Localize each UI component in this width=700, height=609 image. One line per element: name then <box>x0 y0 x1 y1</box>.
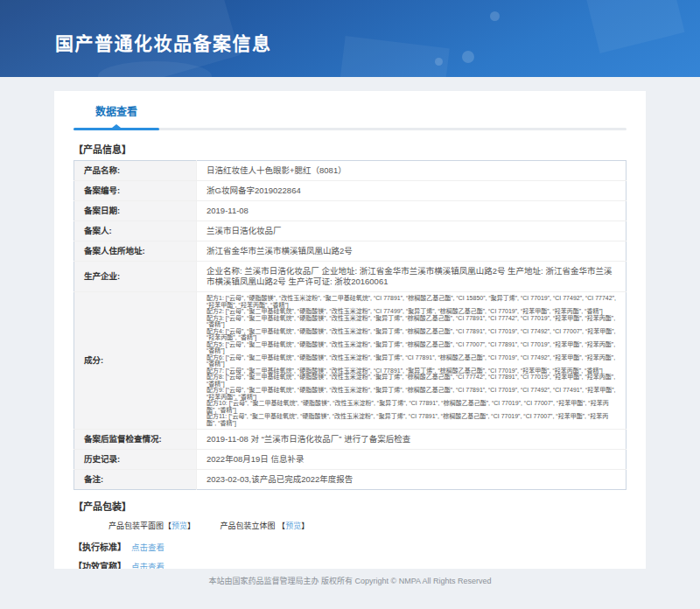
row-value: 企业名称: 兰溪市日浩化妆品厂 企业地址: 浙江省金华市兰溪市横溪镇凤凰山路2号… <box>197 262 626 292</box>
efficacy-view-link[interactable]: 点击查看 <box>131 562 164 569</box>
row-history: 历史记录: 2022年08月19日 信息补录 <box>74 450 626 470</box>
row-value: 日浩红妆佳人十色眼影+腮红（8081） <box>197 161 626 181</box>
row-label: 成分: <box>74 292 197 430</box>
packaging-flat-label: 产品包装平面图 <box>108 522 164 530</box>
row-label: 备注: <box>74 470 197 490</box>
packaging-row: 产品包装平面图【预览】 产品包装立体图 【预览】 <box>108 520 626 531</box>
packaging-flat-preview-link[interactable]: 预览 <box>172 522 187 530</box>
row-label: 备案日期: <box>74 201 197 221</box>
packaging-flat-item: 产品包装平面图【预览】 <box>108 522 195 530</box>
bracket-close: 】 <box>301 522 309 530</box>
row-value: 兰溪市日浩化妆品厂 <box>197 221 626 242</box>
row-remarks: 备注: 2023-02-03,该产品已完成2022年度报告 <box>74 470 626 490</box>
row-value: 浙江省金华市兰溪市横溪镇凤凰山路2号 <box>197 242 626 262</box>
row-label: 生产企业: <box>74 262 197 292</box>
tab-data-view-label: 数据查看 <box>95 106 137 118</box>
header-decoration-dot <box>490 11 500 21</box>
section-title-product-info: 【产品信息】 <box>74 142 626 156</box>
row-label: 备案编号: <box>74 181 197 201</box>
product-info-table: 产品名称: 日浩红妆佳人十色眼影+腮红（8081） 备案编号: 浙G妆网备字20… <box>74 160 626 490</box>
efficacy-section: 【功效宣称】点击查看 <box>74 559 626 569</box>
row-value: 浙G妆网备字2019022864 <box>197 181 626 201</box>
row-label: 备案后监督检查情况: <box>74 430 197 450</box>
tab-active-indicator <box>74 128 159 130</box>
copyright-text: 本站由国家药品监督管理局主办 版权所有 Copyright © NMPA All… <box>208 577 491 585</box>
bracket-close: 】 <box>187 522 195 530</box>
row-registration-number: 备案编号: 浙G妆网备字2019022864 <box>74 181 626 201</box>
row-registration-date: 备案日期: 2019-11-08 <box>74 201 626 221</box>
tab-active-arrow-icon <box>112 124 121 128</box>
row-product-name: 产品名称: 日浩红妆佳人十色眼影+腮红（8081） <box>74 161 626 181</box>
tab-bar: 数据查看 <box>74 102 626 133</box>
header-decoration <box>338 36 450 77</box>
footer: 本站由国家药品监督管理局主办 版权所有 Copyright © NMPA All… <box>0 569 700 586</box>
page-title: 国产普通化妆品备案信息 <box>55 29 272 55</box>
packaging-stereo-label: 产品包装立体图 <box>220 522 276 530</box>
section-title-efficacy: 【功效宣称】 <box>74 562 126 569</box>
section-title-packaging: 【产品包装】 <box>74 499 626 513</box>
row-label: 备案人住所地址: <box>74 242 197 262</box>
packaging-stereo-preview-link[interactable]: 预览 <box>285 522 301 530</box>
standard-view-link[interactable]: 点击查看 <box>131 542 164 552</box>
row-label: 备案人: <box>74 221 197 242</box>
row-label: 历史记录: <box>74 450 197 470</box>
row-value: 2023-02-03,该产品已完成2022年度报告 <box>197 470 626 490</box>
header-decoration-dot <box>435 58 443 66</box>
standard-section: 【执行标准】点击查看 <box>74 540 626 553</box>
row-ingredients: 成分: 配方1: [“云母”, “硬脂酸镁”, “改性玉米淀粉”, “聚二甲基硅… <box>74 292 626 430</box>
packaging-stereo-item: 产品包装立体图 【预览】 <box>220 522 310 530</box>
section-title-standard: 【执行标准】 <box>74 542 126 552</box>
row-registrant: 备案人: 兰溪市日浩化妆品厂 <box>74 221 626 242</box>
header-decoration <box>584 0 684 53</box>
row-post-inspection: 备案后监督检查情况: 2019-11-08 对 “兰溪市日浩化妆品厂” 进行了备… <box>74 430 626 450</box>
content-card: 数据查看 【产品信息】 产品名称: 日浩红妆佳人十色眼影+腮红（8081） 备案… <box>54 91 646 569</box>
row-value: 2019-11-08 对 “兰溪市日浩化妆品厂” 进行了备案后检查 <box>197 430 626 450</box>
page-header: 国产普通化妆品备案信息 <box>0 0 700 77</box>
header-decoration-dot <box>462 51 474 63</box>
row-registrant-address: 备案人住所地址: 浙江省金华市兰溪市横溪镇凤凰山路2号 <box>74 242 626 262</box>
row-value: 2019-11-08 <box>197 201 626 221</box>
row-manufacturer: 生产企业: 企业名称: 兰溪市日浩化妆品厂 企业地址: 浙江省金华市兰溪市横溪镇… <box>74 262 626 292</box>
tab-data-view[interactable]: 数据查看 <box>74 103 159 118</box>
row-value-ingredients: 配方1: [“云母”, “硬脂酸镁”, “改性玉米淀粉”, “聚二甲基硅氧烷”,… <box>197 292 626 430</box>
row-value: 2022年08月19日 信息补录 <box>197 450 626 470</box>
bracket-open: 【 <box>277 522 285 530</box>
row-label: 产品名称: <box>74 161 197 181</box>
bracket-open: 【 <box>164 522 172 530</box>
